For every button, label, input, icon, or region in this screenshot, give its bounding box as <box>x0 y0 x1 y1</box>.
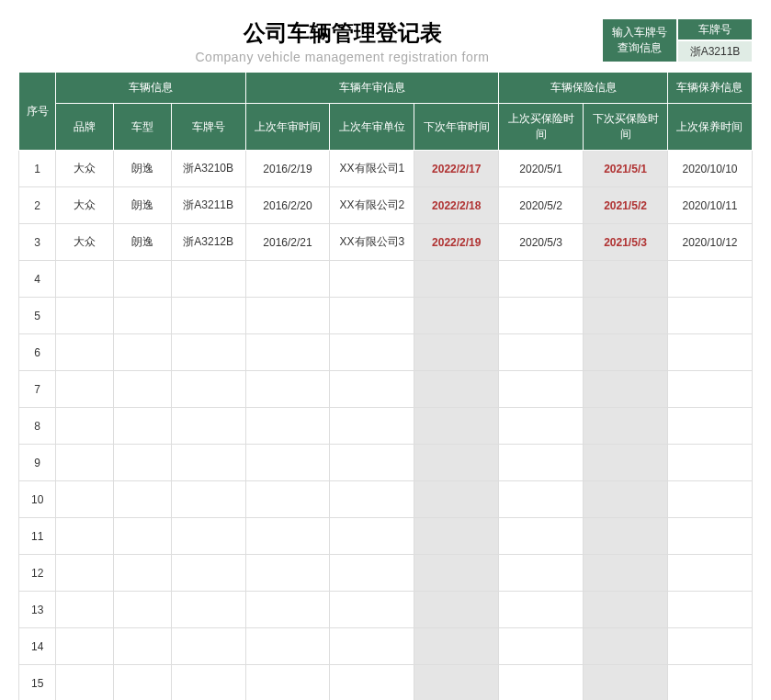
cell-next-insurance-date[interactable] <box>584 334 668 371</box>
cell-plate[interactable]: 浙A3211B <box>171 187 245 224</box>
cell-last-maintenance-date[interactable] <box>667 628 752 665</box>
cell-last-inspection-date[interactable]: 2016/2/19 <box>245 151 330 187</box>
cell-last-maintenance-date[interactable] <box>667 334 752 371</box>
cell-next-insurance-date[interactable] <box>584 665 668 701</box>
cell-brand[interactable]: 大众 <box>56 224 114 261</box>
cell-seq[interactable]: 3 <box>19 224 56 261</box>
cell-last-insurance-date[interactable] <box>499 408 584 445</box>
cell-brand[interactable] <box>56 665 114 701</box>
cell-plate[interactable] <box>171 665 245 701</box>
cell-next-insurance-date[interactable] <box>584 298 668 334</box>
cell-plate[interactable] <box>171 518 245 555</box>
cell-last-maintenance-date[interactable] <box>667 261 752 298</box>
cell-brand[interactable] <box>56 298 114 334</box>
cell-plate[interactable] <box>171 408 245 445</box>
cell-next-inspection-date[interactable] <box>414 481 499 518</box>
cell-next-inspection-date[interactable] <box>414 555 499 592</box>
cell-next-insurance-date[interactable] <box>584 261 668 298</box>
cell-plate[interactable] <box>171 371 245 408</box>
cell-plate[interactable] <box>171 334 245 371</box>
cell-next-inspection-date[interactable]: 2022/2/17 <box>414 151 499 187</box>
cell-last-inspection-date[interactable] <box>245 555 330 592</box>
cell-last-inspection-unit[interactable]: XX有限公司3 <box>330 224 414 261</box>
cell-model[interactable] <box>114 408 172 445</box>
cell-seq[interactable]: 12 <box>19 555 56 592</box>
cell-brand[interactable] <box>56 445 114 481</box>
cell-seq[interactable]: 5 <box>19 298 56 334</box>
cell-last-inspection-date[interactable] <box>245 334 330 371</box>
cell-next-insurance-date[interactable] <box>584 371 668 408</box>
cell-last-inspection-unit[interactable] <box>330 408 414 445</box>
cell-last-inspection-unit[interactable] <box>330 481 414 518</box>
cell-last-maintenance-date[interactable] <box>667 592 752 628</box>
cell-next-insurance-date[interactable] <box>584 555 668 592</box>
cell-last-insurance-date[interactable] <box>499 518 584 555</box>
cell-last-insurance-date[interactable] <box>499 628 584 665</box>
cell-last-maintenance-date[interactable] <box>667 555 752 592</box>
cell-last-inspection-unit[interactable] <box>330 592 414 628</box>
cell-brand[interactable] <box>56 371 114 408</box>
cell-next-inspection-date[interactable]: 2022/2/19 <box>414 224 499 261</box>
cell-last-insurance-date[interactable] <box>499 665 584 701</box>
search-input[interactable]: 浙A3211B <box>677 40 753 62</box>
cell-next-insurance-date[interactable] <box>584 445 668 481</box>
cell-next-inspection-date[interactable] <box>414 298 499 334</box>
cell-brand[interactable] <box>56 261 114 298</box>
cell-last-inspection-unit[interactable] <box>330 261 414 298</box>
cell-seq[interactable]: 4 <box>19 261 56 298</box>
cell-last-inspection-date[interactable] <box>245 298 330 334</box>
cell-last-maintenance-date[interactable] <box>667 298 752 334</box>
cell-last-insurance-date[interactable] <box>499 371 584 408</box>
cell-model[interactable] <box>114 555 172 592</box>
cell-last-insurance-date[interactable] <box>499 592 584 628</box>
cell-plate[interactable] <box>171 628 245 665</box>
cell-next-inspection-date[interactable] <box>414 261 499 298</box>
cell-last-insurance-date[interactable] <box>499 555 584 592</box>
cell-seq[interactable]: 10 <box>19 481 56 518</box>
cell-last-inspection-date[interactable] <box>245 408 330 445</box>
cell-last-maintenance-date[interactable]: 2020/10/12 <box>667 224 752 261</box>
cell-seq[interactable]: 11 <box>19 518 56 555</box>
cell-last-insurance-date[interactable] <box>499 334 584 371</box>
cell-next-insurance-date[interactable]: 2021/5/2 <box>584 187 668 224</box>
cell-model[interactable] <box>114 592 172 628</box>
cell-brand[interactable] <box>56 334 114 371</box>
cell-last-insurance-date[interactable]: 2020/5/2 <box>499 187 584 224</box>
cell-brand[interactable]: 大众 <box>56 187 114 224</box>
cell-next-inspection-date[interactable] <box>414 371 499 408</box>
cell-last-inspection-date[interactable] <box>245 518 330 555</box>
cell-seq[interactable]: 1 <box>19 151 56 187</box>
cell-plate[interactable] <box>171 481 245 518</box>
cell-last-maintenance-date[interactable] <box>667 371 752 408</box>
cell-brand[interactable] <box>56 518 114 555</box>
cell-next-inspection-date[interactable] <box>414 592 499 628</box>
cell-last-maintenance-date[interactable]: 2020/10/10 <box>667 151 752 187</box>
cell-last-maintenance-date[interactable] <box>667 518 752 555</box>
cell-model[interactable] <box>114 518 172 555</box>
cell-seq[interactable]: 6 <box>19 334 56 371</box>
cell-plate[interactable] <box>171 298 245 334</box>
cell-model[interactable] <box>114 261 172 298</box>
cell-plate[interactable] <box>171 555 245 592</box>
cell-plate[interactable]: 浙A3212B <box>171 224 245 261</box>
cell-model[interactable] <box>114 334 172 371</box>
cell-last-inspection-unit[interactable] <box>330 628 414 665</box>
cell-model[interactable] <box>114 371 172 408</box>
cell-last-inspection-date[interactable] <box>245 665 330 701</box>
cell-plate[interactable] <box>171 261 245 298</box>
cell-model[interactable] <box>114 298 172 334</box>
cell-model[interactable]: 朗逸 <box>114 187 172 224</box>
cell-last-inspection-date[interactable] <box>245 445 330 481</box>
cell-next-inspection-date[interactable] <box>414 408 499 445</box>
cell-last-inspection-unit[interactable] <box>330 298 414 334</box>
cell-last-insurance-date[interactable]: 2020/5/1 <box>499 151 584 187</box>
cell-last-inspection-unit[interactable] <box>330 445 414 481</box>
cell-last-insurance-date[interactable] <box>499 261 584 298</box>
cell-last-inspection-unit[interactable] <box>330 334 414 371</box>
cell-next-inspection-date[interactable] <box>414 334 499 371</box>
cell-next-inspection-date[interactable]: 2022/2/18 <box>414 187 499 224</box>
cell-next-insurance-date[interactable]: 2021/5/1 <box>584 151 668 187</box>
cell-next-insurance-date[interactable] <box>584 481 668 518</box>
cell-seq[interactable]: 14 <box>19 628 56 665</box>
cell-next-insurance-date[interactable] <box>584 628 668 665</box>
